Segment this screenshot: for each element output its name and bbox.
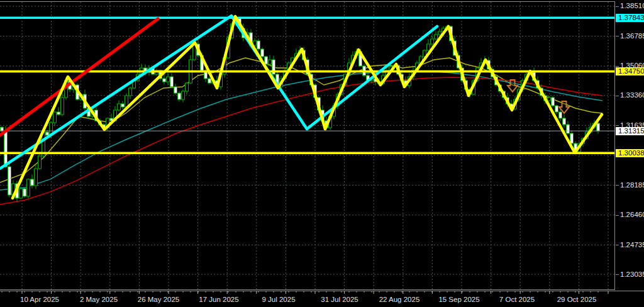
- price-grid-label: 1.26460: [620, 211, 644, 219]
- ma-slow-red: [0, 77, 602, 204]
- price-grid-label: 1.36785: [620, 32, 644, 40]
- price-tick: [616, 274, 619, 275]
- price-grid-label: 1.38510: [620, 2, 644, 10]
- price-tick: [616, 215, 619, 216]
- date-label: 2 May 2025: [80, 296, 118, 303]
- price-tick: [616, 185, 619, 186]
- date-label: 31 Jul 2025: [321, 296, 358, 303]
- date-label: 10 Apr 2025: [20, 296, 59, 303]
- price-grid-label: 1.33360: [620, 91, 644, 99]
- mt4-chart-window: 1.385101.367851.350601.333601.316351.281…: [0, 0, 644, 307]
- date-label: 29 Oct 2025: [557, 296, 597, 303]
- grid-layer: [0, 2, 615, 289]
- time-axis[interactable]: 10 Apr 20252 May 202526 May 202517 Jun 2…: [0, 291, 644, 307]
- price-grid-label: 1.23035: [620, 271, 644, 279]
- date-label: 22 Aug 2025: [379, 296, 420, 303]
- date-label: 7 Oct 2025: [499, 296, 535, 303]
- price-grid-label: 1.24735: [620, 241, 644, 249]
- bid-price-label: 1.31315: [616, 127, 644, 135]
- date-label: 9 Jul 2025: [262, 296, 295, 303]
- price-axis[interactable]: 1.385101.367851.350601.333601.316351.281…: [616, 0, 644, 291]
- date-label: 15 Sep 2025: [438, 296, 479, 303]
- date-label: 17 Jun 2025: [199, 296, 238, 303]
- mid-level-label: 1.34750: [616, 67, 644, 75]
- price-tick: [616, 6, 619, 7]
- price-tick: [616, 245, 619, 245]
- price-chart-svg[interactable]: [0, 0, 616, 291]
- resistance-level-label: 1.37843: [616, 14, 644, 22]
- yellow-zigzag-line[interactable]: [13, 16, 602, 198]
- price-tick: [616, 36, 619, 36]
- price-tick: [616, 96, 619, 96]
- date-label: 26 May 2025: [138, 296, 180, 303]
- price-tick: [616, 66, 619, 67]
- support-level-label: 1.30038: [616, 149, 644, 157]
- price-tick: [616, 125, 619, 126]
- price-grid-label: 1.28185: [620, 181, 644, 189]
- chart-plot-area[interactable]: [0, 0, 616, 291]
